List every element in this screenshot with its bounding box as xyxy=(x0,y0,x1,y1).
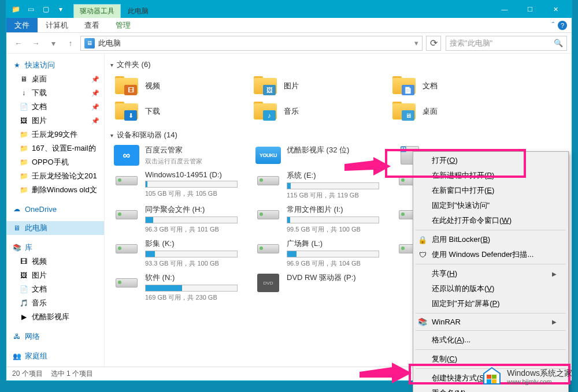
sidebar-library[interactable]: 📚 库 xyxy=(6,241,104,255)
sidebar-item[interactable]: 📄文档 xyxy=(6,282,104,296)
close-button[interactable]: ✕ xyxy=(543,2,568,17)
context-menu-item[interactable]: 🛡使用 Windows Defender扫描... xyxy=(414,247,567,262)
folder-label: 视频 xyxy=(145,81,160,91)
sidebar-item[interactable]: 🖥桌面📌 xyxy=(6,72,104,86)
sidebar-item[interactable]: 📄文档📌 xyxy=(6,100,104,114)
context-menu-item[interactable]: 📚WinRAR▶ xyxy=(414,315,567,328)
section-devices[interactable]: ▾ 设备和驱动器 (14) xyxy=(110,128,566,143)
help-icon[interactable]: ? xyxy=(558,21,567,30)
nav-up-button[interactable]: ↑ xyxy=(63,36,78,51)
titlebar: 📁 ▭ ▢ ▾ 驱动器工具 此电脑 — ☐ ✕ xyxy=(6,1,572,18)
qat-properties-icon[interactable]: ▭ xyxy=(25,3,36,15)
folder-label: 图片 xyxy=(284,81,299,91)
nav-history-dropdown[interactable]: ▾ xyxy=(46,36,61,51)
context-menu-item[interactable]: 打开(O) xyxy=(414,153,567,168)
context-menu-separator xyxy=(416,330,566,331)
folder-icon: 📁 xyxy=(19,171,28,181)
drive-item[interactable]: 同学聚会文件 (H:)96.3 GB 可用，共 101 GB xyxy=(110,202,252,236)
sidebar-item[interactable]: 🎵音乐 xyxy=(6,296,104,310)
context-menu-item[interactable]: 固定到"快速访问" xyxy=(414,198,567,213)
sidebar-item[interactable]: ▶优酷影视库 xyxy=(6,310,104,324)
device-sub: 双击运行百度云管家 xyxy=(145,157,249,166)
sidebar-item[interactable]: 🖼图片 xyxy=(6,268,104,282)
ribbon: 文件 计算机 查看 管理 ˆ ? xyxy=(6,18,572,33)
drive-stats: 96.3 GB 可用，共 101 GB xyxy=(145,225,249,234)
context-menu-icon: 📚 xyxy=(418,318,427,327)
folder-icon: 🖥 xyxy=(391,101,417,122)
context-menu-separator xyxy=(416,313,566,313)
address-dropdown-icon[interactable]: ▾ xyxy=(414,39,418,47)
hdd-icon xyxy=(116,176,138,185)
sidebar-item[interactable]: 📁OPPO手机 xyxy=(6,155,104,169)
explorer-icon: 📁 xyxy=(10,3,21,15)
sidebar-item[interactable]: 📁167、设置E-mail的 xyxy=(6,141,104,155)
context-menu-label: 启用 BitLocker(B) xyxy=(432,234,490,245)
drive-item[interactable]: 软件 (N:)169 GB 可用，共 230 GB xyxy=(110,270,252,304)
search-icon: 🔍 xyxy=(554,39,563,47)
context-menu-item[interactable]: 在此处打开命令窗口(W) xyxy=(414,213,567,228)
sidebar-item[interactable]: 🖼图片📌 xyxy=(6,114,104,128)
sidebar-item[interactable]: 📁删除Windows old文 xyxy=(6,183,104,197)
folder-item[interactable]: ⬇下载 xyxy=(110,99,249,124)
qat-new-icon[interactable]: ▢ xyxy=(40,3,51,15)
ribbon-computer-tab[interactable]: 计算机 xyxy=(38,18,76,32)
pin-icon: 📌 xyxy=(91,89,99,97)
device-item[interactable]: ∞百度云管家双击运行百度云管家 xyxy=(110,143,252,168)
sidebar-onedrive[interactable]: ☁ OneDrive xyxy=(6,203,104,215)
drive-item[interactable]: 影集 (K:)93.3 GB 可用，共 100 GB xyxy=(110,236,252,270)
annotation-arrow-top xyxy=(344,157,391,180)
breadcrumb[interactable]: 此电脑 xyxy=(98,38,121,48)
context-menu-item[interactable]: 固定到"开始"屏幕(P) xyxy=(414,296,567,311)
context-menu-item[interactable]: 🔒启用 BitLocker(B) xyxy=(414,232,567,247)
maximize-button[interactable]: ☐ xyxy=(517,2,543,17)
context-menu-item[interactable]: 在新进程中打开(P) xyxy=(414,168,567,183)
folder-item[interactable]: 🖼图片 xyxy=(249,73,388,99)
ribbon-view-tab[interactable]: 查看 xyxy=(76,18,108,32)
capacity-bar xyxy=(287,251,379,257)
watermark-brand: Windows系统之家 xyxy=(507,368,572,378)
sidebar-network[interactable]: 🖧 网络 xyxy=(6,330,104,344)
search-input[interactable]: 搜索"此电脑" 🔍 xyxy=(446,36,567,51)
sidebar-item[interactable]: ↓下载📌 xyxy=(6,86,104,100)
library-item-icon: 📄 xyxy=(19,285,28,294)
sidebar-this-pc[interactable]: 🖥 此电脑 xyxy=(6,221,104,235)
context-menu-item[interactable]: 还原以前的版本(V) xyxy=(414,281,567,296)
sidebar-homegroup[interactable]: 👥 家庭组 xyxy=(6,349,104,363)
sidebar-item[interactable]: 📁壬辰龙经验论文201 xyxy=(6,169,104,183)
sidebar-item[interactable]: 🎞视频 xyxy=(6,255,104,268)
ribbon-collapse-caret[interactable]: ˆ xyxy=(552,21,554,29)
sidebar-item[interactable]: 📁壬辰龙99文件 xyxy=(6,128,104,141)
pin-icon: 📌 xyxy=(91,117,99,125)
folder-item[interactable]: 🖥桌面 xyxy=(388,99,527,124)
context-menu-item[interactable]: 格式化(A)... xyxy=(414,333,567,348)
sidebar-quick-access[interactable]: ★ 快速访问 xyxy=(6,58,104,72)
minimize-button[interactable]: — xyxy=(492,2,517,17)
qat-dropdown-icon[interactable]: ▾ xyxy=(55,3,66,15)
context-menu-item[interactable]: 在新窗口中打开(E) xyxy=(414,183,567,198)
context-menu: 打开(O)在新进程中打开(P)在新窗口中打开(E)固定到"快速访问"在此处打开命… xyxy=(413,151,569,392)
drive-item[interactable]: Windows10-14951 (D:)105 GB 可用，共 105 GB xyxy=(110,168,252,202)
navbar: ← → ▾ ↑ 🖥 此电脑 ▾ ⟳ 搜索"此电脑" 🔍 xyxy=(6,33,572,54)
folder-item[interactable]: 🎞视频 xyxy=(110,73,249,99)
context-menu-item[interactable]: 复制(C) xyxy=(414,352,567,367)
address-bar[interactable]: 🖥 此电脑 ▾ xyxy=(80,36,423,51)
folder-icon: 📄 xyxy=(391,76,417,96)
nav-back-button[interactable]: ← xyxy=(11,36,26,51)
ribbon-manage-tab[interactable]: 管理 xyxy=(108,18,139,32)
section-folders[interactable]: ▾ 文件夹 (6) xyxy=(110,57,566,72)
folder-item[interactable]: ♪音乐 xyxy=(249,99,388,124)
drive-item[interactable]: 常用文件图片 (I:)99.5 GB 可用，共 100 GB xyxy=(252,202,394,236)
drive-item[interactable]: DVDDVD RW 驱动器 (P:) xyxy=(252,270,394,304)
folder-item[interactable]: 📄文档 xyxy=(388,73,527,99)
refresh-button[interactable]: ⟳ xyxy=(426,36,441,51)
hdd-icon xyxy=(257,210,279,219)
folder-icon: 📁 xyxy=(19,130,28,139)
ribbon-file-tab[interactable]: 文件 xyxy=(6,18,38,32)
drive-item[interactable]: 广场舞 (L:)96.9 GB 可用，共 104 GB xyxy=(252,236,394,270)
hdd-icon xyxy=(116,244,138,253)
capacity-bar xyxy=(145,216,238,223)
context-menu-item[interactable]: 共享(H)▶ xyxy=(414,266,567,281)
drive-name: 同学聚会文件 (H:) xyxy=(145,204,249,215)
nav-forward-button[interactable]: → xyxy=(28,36,43,51)
contextual-tab-drive-tools[interactable]: 驱动器工具 xyxy=(73,4,121,18)
